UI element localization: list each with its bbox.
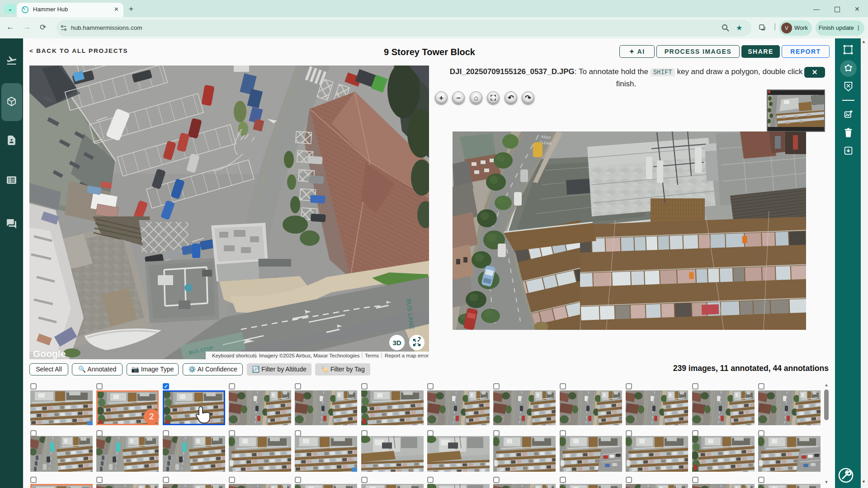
svg-text:Imagery ©2025 Airbus, Maxar Te: Imagery ©2025 Airbus, Maxar Technologies: [259, 353, 360, 358]
svg-text:Google: Google: [33, 348, 66, 359]
svg-text:3D: 3D: [392, 339, 401, 347]
svg-text:Report a map error: Report a map error: [385, 353, 429, 358]
svg-text:Terms: Terms: [365, 353, 379, 358]
svg-text:Keyboard shortcuts: Keyboard shortcuts: [212, 353, 257, 358]
